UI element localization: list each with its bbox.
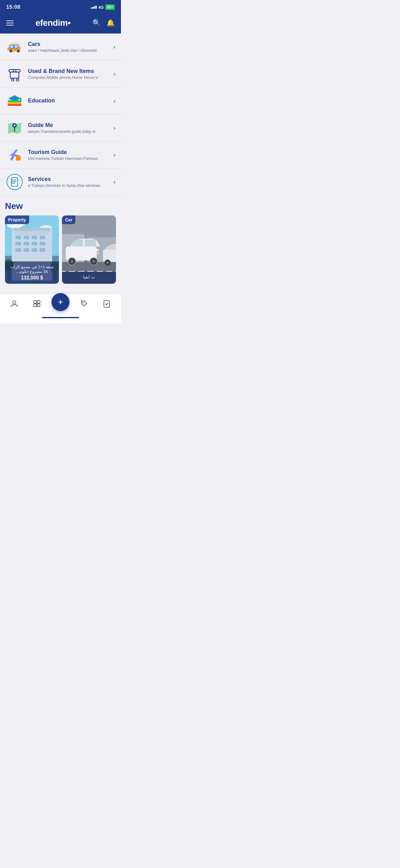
logo-dot: • <box>68 18 70 28</box>
svg-rect-42 <box>15 231 49 234</box>
home-indicator <box>42 317 79 318</box>
property-card[interactable]: Property شقة 1+1 في مجمع كارات 34 مشروع … <box>5 215 59 284</box>
car-card[interactable]: Car ت ايغيا <box>62 215 116 284</box>
svg-rect-50 <box>40 242 45 246</box>
category-item-education[interactable]: Education › <box>0 88 121 115</box>
svg-point-8 <box>18 50 19 52</box>
svg-point-32 <box>12 180 13 181</box>
svg-rect-47 <box>15 242 21 246</box>
guide-me-text: Guide Me lawyer,Translator,tourist guide… <box>28 122 111 134</box>
car-badge: Car <box>62 215 75 224</box>
property-badge: Property <box>5 215 29 224</box>
svg-point-81 <box>82 302 84 303</box>
svg-rect-45 <box>32 236 37 239</box>
tourism-icon <box>6 147 23 163</box>
status-time: 15:08 <box>6 4 21 10</box>
svg-point-33 <box>12 181 13 182</box>
svg-rect-54 <box>40 248 45 252</box>
tourism-subtitle: Old markets,Turkish Hammam,Famous <box>28 156 111 161</box>
cars-text: Cars edan / Hatchback,Jeeb,Van / Otomobi… <box>28 41 111 53</box>
add-button[interactable]: + <box>52 293 69 311</box>
svg-rect-53 <box>32 248 37 252</box>
svg-rect-4 <box>14 45 18 48</box>
services-icon-wrap <box>6 173 24 191</box>
svg-rect-46 <box>40 236 45 239</box>
svg-rect-80 <box>37 304 40 307</box>
nav-listings[interactable] <box>29 298 45 311</box>
svg-rect-49 <box>32 242 37 246</box>
svg-point-75 <box>106 261 109 264</box>
category-item-services[interactable]: Services n Türkiye,Services in Syria,Vis… <box>0 168 121 195</box>
svg-rect-41 <box>13 228 51 231</box>
svg-rect-20 <box>8 102 22 104</box>
svg-rect-72 <box>96 252 99 254</box>
menu-button[interactable] <box>6 21 14 26</box>
svg-rect-51 <box>15 248 21 252</box>
svg-point-23 <box>14 124 15 126</box>
category-item-tourism[interactable]: Tourism Guide Old markets,Turkish Hammam… <box>0 142 121 168</box>
cars-title: Cars <box>28 41 111 48</box>
svg-point-68 <box>70 260 73 263</box>
services-title: Services <box>28 176 111 183</box>
services-chevron: › <box>113 179 115 185</box>
svg-point-70 <box>92 260 95 263</box>
signal-icon <box>91 6 97 9</box>
category-item-cars[interactable]: Cars edan / Hatchback,Jeeb,Van / Otomobi… <box>0 34 121 61</box>
services-text: Services n Türkiye,Services in Syria,Vis… <box>28 176 111 188</box>
used-subtitle: Computer,Mobile phone,Home Decor,V <box>28 75 111 80</box>
cars-chevron: › <box>113 44 115 50</box>
property-description: شقة 1+1 في مجمع كارات 34 مشروع حكوم... <box>8 265 56 274</box>
nav-saved[interactable] <box>99 298 114 311</box>
new-section-title: New <box>5 201 116 211</box>
search-icon[interactable]: 🔍 <box>92 19 101 27</box>
tourism-title: Tourism Guide <box>28 149 111 156</box>
nav-tags[interactable] <box>76 298 92 311</box>
logo-text: efendim• <box>35 18 70 28</box>
guide-me-subtitle: lawyer,Translator,tourist guide,baby si <box>28 129 111 134</box>
nav-profile[interactable] <box>6 298 22 311</box>
svg-rect-43 <box>15 236 21 239</box>
property-price: 132,000 $ <box>8 275 56 281</box>
category-item-used[interactable]: Used & Brand New Items Computer,Mobile p… <box>0 61 121 88</box>
cards-row: Property شقة 1+1 في مجمع كارات 34 مشروع … <box>5 215 116 284</box>
tourism-text: Tourism Guide Old markets,Turkish Hammam… <box>28 149 111 161</box>
education-icon <box>6 93 23 109</box>
category-item-guide-me[interactable]: Guide Me lawyer,Translator,tourist guide… <box>0 115 121 142</box>
profile-icon <box>10 300 18 310</box>
svg-rect-52 <box>24 248 29 252</box>
saved-icon <box>103 300 111 310</box>
app-header: efendim• 🔍 🔔 <box>0 14 121 34</box>
education-chevron: › <box>113 98 115 104</box>
category-list: Cars edan / Hatchback,Jeeb,Van / Otomobi… <box>0 34 121 195</box>
tourism-chevron: › <box>113 152 115 158</box>
status-icons: 4G 32+ <box>91 4 115 10</box>
cars-icon <box>6 39 23 55</box>
svg-rect-77 <box>34 301 37 303</box>
svg-rect-3 <box>10 45 13 48</box>
svg-rect-12 <box>10 72 19 78</box>
svg-rect-65 <box>72 240 83 247</box>
svg-rect-19 <box>8 104 22 106</box>
education-icon-wrap <box>6 92 24 110</box>
svg-rect-66 <box>85 240 96 247</box>
car-info: ت ايغيا <box>62 272 116 284</box>
app-logo: efendim• <box>35 18 70 28</box>
services-subtitle: n Türkiye,Services in Syria,Visa service… <box>28 183 111 188</box>
used-icon <box>6 66 23 82</box>
svg-rect-9 <box>7 49 10 49</box>
listings-icon <box>33 300 41 310</box>
svg-rect-79 <box>34 304 37 307</box>
bottom-navigation: + <box>0 294 121 317</box>
svg-rect-21 <box>8 100 22 102</box>
notification-icon[interactable]: 🔔 <box>106 19 115 27</box>
guide-me-icon <box>6 120 23 136</box>
svg-point-15 <box>11 79 14 81</box>
education-title: Education <box>28 97 111 104</box>
education-text: Education <box>28 97 111 104</box>
guide-me-icon-wrap <box>6 119 24 137</box>
car-description: ت ايغيا <box>65 275 113 279</box>
status-bar: 15:08 4G 32+ <box>0 0 121 14</box>
used-title: Used & Brand New Items <box>28 68 111 74</box>
cars-icon-wrap <box>6 38 24 56</box>
svg-rect-10 <box>7 50 10 51</box>
